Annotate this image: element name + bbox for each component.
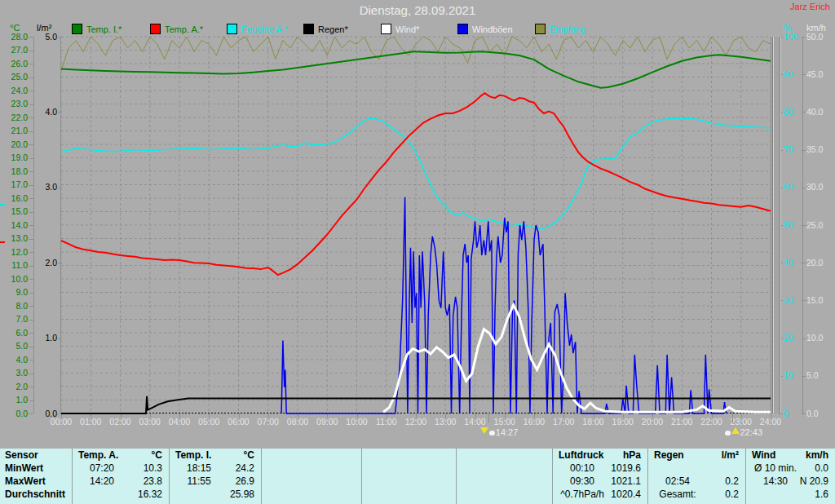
time-axis-tick: 09:00 bbox=[311, 418, 343, 427]
temp-axis-tick: 18.0 bbox=[3, 167, 28, 176]
temp-axis-tick: 16.0 bbox=[3, 194, 28, 203]
temp-axis-tick: 28.0 bbox=[3, 33, 28, 42]
temp-axis-tick: 12.0 bbox=[3, 248, 28, 257]
axis-tick-mark bbox=[802, 413, 806, 414]
windboeen-swatch-icon bbox=[457, 24, 468, 34]
time-axis-tick: 15:00 bbox=[488, 418, 521, 427]
table-separator bbox=[361, 449, 362, 504]
table-cell-value: 0.0 bbox=[745, 462, 828, 475]
legend-item-label: Wind* bbox=[395, 24, 419, 34]
table-cell-value: 10.3 bbox=[72, 462, 162, 475]
temp-axis-tick: 9.0 bbox=[3, 288, 28, 297]
time-axis-tick: 02:00 bbox=[104, 418, 137, 427]
time-axis-tick: 03:00 bbox=[134, 418, 166, 427]
hour-tick-mark bbox=[416, 413, 417, 418]
legend-item-wind[interactable]: Wind* bbox=[381, 24, 419, 34]
table-cell-value: 1020.4 bbox=[552, 489, 641, 501]
time-axis-tick: 06:00 bbox=[223, 418, 255, 427]
rain-axis-tick: 4.0 bbox=[33, 108, 57, 117]
time-axis-tick: 22:00 bbox=[696, 418, 728, 427]
table-cell-value: 25.98 bbox=[169, 489, 254, 501]
table-cell-value: 24.2 bbox=[169, 462, 254, 475]
temp-axis-tick: 14.0 bbox=[3, 221, 28, 230]
legend-item-regen[interactable]: Regen* bbox=[303, 24, 348, 34]
time-axis-tick: 01:00 bbox=[74, 418, 107, 427]
table-col-unit: °C bbox=[169, 449, 254, 462]
temp-axis-tick: 0.0 bbox=[3, 409, 28, 418]
empfang-swatch-icon bbox=[535, 24, 546, 34]
temp-axis-tick: 10.0 bbox=[3, 275, 28, 284]
table-separator bbox=[456, 449, 457, 504]
legend-item-temp-i[interactable]: Temp. I.* bbox=[72, 24, 121, 34]
event-marker-22-43: 22:43 bbox=[724, 427, 762, 440]
temp-axis-tick: 25.0 bbox=[3, 73, 28, 82]
wind-axis-tick: 50.0 bbox=[806, 33, 834, 42]
hour-tick-mark bbox=[623, 413, 624, 418]
right-axis-groove bbox=[772, 37, 781, 413]
wind-axis-tick: 0.0 bbox=[806, 409, 834, 418]
wind-axis-line bbox=[802, 37, 803, 413]
temp-axis-tick: 27.0 bbox=[3, 46, 28, 55]
event-marker-time: 14:27 bbox=[496, 427, 519, 437]
legend-item-label: Temp. I.* bbox=[86, 24, 121, 34]
temp-axis-tick: 13.0 bbox=[3, 234, 28, 243]
hour-tick-mark bbox=[445, 413, 446, 418]
table-col-unit: °C bbox=[72, 449, 162, 462]
hour-tick-mark bbox=[268, 413, 269, 418]
time-axis-tick: 20:00 bbox=[636, 418, 669, 427]
temp-axis-tick: 17.0 bbox=[3, 180, 28, 189]
legend-item-label: Temp. A.* bbox=[165, 24, 203, 34]
station-owner-watermark: Jarz Erich bbox=[790, 2, 830, 11]
humidity-current-dash bbox=[0, 204, 5, 206]
hour-tick-mark bbox=[179, 413, 180, 418]
hour-tick-mark bbox=[505, 413, 506, 418]
legend-item-temp-a[interactable]: Temp. A.* bbox=[150, 24, 203, 34]
time-axis-tick: 13:00 bbox=[429, 418, 462, 427]
temp-axis-tick: 24.0 bbox=[3, 86, 28, 95]
axis-tick-mark bbox=[779, 413, 783, 414]
time-axis-tick: 16:00 bbox=[518, 418, 550, 427]
temp-axis-tick: 8.0 bbox=[3, 302, 28, 311]
wind-axis-tick: 5.0 bbox=[806, 371, 834, 380]
weather-day-chart-window: Dienstag, 28.09.2021 Jarz Erich °C l/m² … bbox=[0, 0, 835, 504]
legend-item-label: Empfang bbox=[550, 24, 585, 34]
time-axis-tick: 08:00 bbox=[281, 418, 314, 427]
chart-series-windboeen bbox=[281, 197, 727, 413]
hour-tick-mark bbox=[475, 413, 476, 418]
temp-axis-tick: 3.0 bbox=[3, 369, 28, 378]
hour-tick-mark bbox=[741, 413, 742, 418]
time-axis-tick: 17:00 bbox=[547, 418, 580, 427]
page-title: Dienstag, 28.09.2021 bbox=[0, 3, 835, 17]
table-col-unit: hPa bbox=[552, 449, 641, 462]
legend-item-feuchte-a[interactable]: Feuchte A.* bbox=[227, 24, 288, 34]
table-cell-value: 0.2 bbox=[647, 489, 739, 501]
hour-tick-mark bbox=[771, 413, 771, 418]
table-cell-value: 1021.1 bbox=[552, 475, 641, 488]
rain-axis-tick: 5.0 bbox=[33, 33, 57, 42]
event-icon bbox=[489, 431, 495, 435]
time-axis-tick: 05:00 bbox=[192, 418, 225, 427]
legend-item-empfang[interactable]: Empfang bbox=[535, 24, 585, 34]
temp-axis-tick: 19.0 bbox=[3, 153, 28, 162]
table-row-label: MinWert bbox=[5, 462, 70, 475]
time-axis-tick: 07:00 bbox=[252, 418, 285, 427]
table-col-unit: l/m² bbox=[647, 449, 739, 462]
time-axis-tick: 24:00 bbox=[754, 418, 787, 427]
event-marker-14-27: 14:27 bbox=[480, 427, 519, 440]
table-cell-value: N 20.9 bbox=[745, 475, 828, 488]
legend-item-windboeen[interactable]: Windböen bbox=[457, 24, 513, 34]
rain-axis-tick: 3.0 bbox=[33, 183, 57, 192]
down-arrow-icon bbox=[480, 427, 488, 434]
event-marker-time: 22:43 bbox=[740, 427, 762, 437]
table-separator bbox=[261, 449, 262, 504]
wind-axis-tick: 45.0 bbox=[806, 70, 834, 79]
feuchte-a-swatch-icon bbox=[227, 24, 237, 34]
event-marker-tick bbox=[732, 412, 733, 422]
temp-axis-tick: 22.0 bbox=[3, 113, 28, 122]
temp-a-swatch-icon bbox=[150, 24, 161, 34]
time-axis-tick: 11:00 bbox=[370, 418, 403, 427]
time-axis-tick: 12:00 bbox=[400, 418, 432, 427]
summary-table: SensorMinWertMaxWertDurchschnittTemp. A.… bbox=[0, 449, 835, 504]
wind-axis-tick: 20.0 bbox=[806, 259, 834, 267]
temp-axis-tick: 11.0 bbox=[3, 261, 28, 270]
